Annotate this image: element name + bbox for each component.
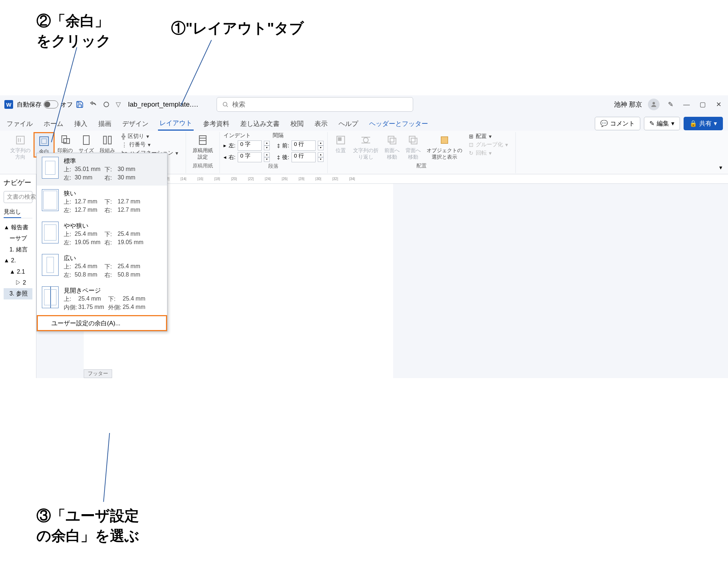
columns-button[interactable]: 段組み: [97, 132, 118, 155]
spacing-before[interactable]: ‡前:0 行▴▾: [277, 140, 324, 151]
tab-review[interactable]: 校閲: [289, 117, 305, 130]
autosave-toggle[interactable]: 自動保存 オフ: [17, 100, 73, 109]
search-input[interactable]: 検索: [217, 97, 413, 112]
tab-layout[interactable]: レイアウト: [158, 116, 194, 131]
sa-v[interactable]: 0 行: [292, 152, 316, 162]
nav-item[interactable]: ーサブ: [4, 233, 32, 244]
group-button[interactable]: ⊡ グループ化 ▾: [469, 141, 508, 148]
undo-icon[interactable]: [90, 101, 97, 108]
maximize-button[interactable]: ▢: [697, 99, 708, 110]
share-button[interactable]: 🔒 共有 ▾: [684, 117, 723, 130]
nav-item[interactable]: 3. 参照: [4, 288, 32, 299]
tab-help[interactable]: ヘルプ: [337, 117, 360, 130]
tab-design[interactable]: デザイン: [121, 117, 150, 130]
margin-preview-icon: [42, 189, 59, 211]
redo-icon[interactable]: [103, 101, 110, 108]
comment-button[interactable]: 💬 コメント: [595, 117, 640, 130]
position-button[interactable]: 位置: [331, 132, 350, 155]
margin-name: 広い: [64, 254, 162, 262]
svg-point-19: [363, 138, 368, 142]
m-l: 上:: [64, 263, 75, 271]
nav-tab-headings[interactable]: 見出し: [4, 208, 21, 218]
sb-v[interactable]: 0 行: [292, 140, 316, 151]
toggle-icon: [44, 100, 58, 108]
nav-item[interactable]: ▲ 2.1: [4, 266, 32, 277]
svg-rect-14: [199, 136, 206, 144]
selection-pane-button[interactable]: オブジェクトの 選択と表示: [424, 132, 465, 162]
ir-v[interactable]: 0 字: [238, 152, 262, 162]
align-label: 配置: [476, 133, 487, 140]
footer-tab[interactable]: フッター: [84, 369, 112, 378]
save-icon[interactable]: [76, 100, 84, 108]
svg-point-3: [653, 102, 655, 104]
wrap-button[interactable]: 文字列の折 り返し: [350, 132, 381, 162]
nav-tree: ▲ 報告書 ーサブ 1. 緒言 ▲ 2. ▲ 2.1 ▷ 2 3. 参照: [4, 222, 32, 299]
spacing-after[interactable]: ‡後:0 行▴▾: [277, 152, 324, 162]
ruler[interactable]: |2||4||6||8||10||12||14||16||18||20||22|…: [84, 174, 728, 184]
margin-option-custom[interactable]: ユーザー設定の余白(A)...: [37, 315, 167, 331]
m-v: 25.4 mm: [118, 263, 147, 271]
indent-right[interactable]: ◂右:0 字▴▾: [223, 152, 270, 162]
close-button[interactable]: ✕: [713, 99, 724, 110]
m-l: 右:: [104, 207, 118, 214]
rotate-button[interactable]: ↻ 回転 ▾: [469, 150, 508, 156]
tab-draw[interactable]: 描画: [97, 117, 113, 130]
comment-label: コメント: [610, 119, 635, 128]
filename[interactable]: lab_report_template.…: [128, 100, 198, 108]
il-v[interactable]: 0 字: [238, 140, 262, 151]
m-l: 上:: [64, 166, 75, 174]
customize-qat-icon[interactable]: ▽: [116, 100, 121, 108]
autosave-label: 自動保存: [17, 100, 41, 109]
line-numbers-button[interactable]: ⋮ 行番号 ▾: [122, 141, 178, 148]
m-v: 25.4 mm: [78, 295, 108, 303]
margin-preview-icon: [42, 157, 59, 179]
ribbon-options-icon[interactable]: ▾: [717, 162, 724, 173]
send-backward-button[interactable]: 背面へ 移動: [403, 132, 424, 162]
learning-tools-icon[interactable]: ✎: [665, 99, 676, 110]
svg-rect-23: [390, 138, 396, 144]
align-button[interactable]: ⊞ 配置 ▾: [469, 133, 508, 140]
rotate-label: 回転: [476, 150, 487, 156]
manuscript-button[interactable]: 原稿用紙 設定: [190, 132, 216, 162]
share-label: 共有: [699, 119, 712, 128]
margin-option-wide[interactable]: 広い 上:25.4 mm下:25.4 mm 左:50.8 mm右:50.8 mm: [37, 250, 167, 283]
m-v: 19.05 mm: [75, 239, 104, 247]
tab-header-footer[interactable]: ヘッダーとフッター: [368, 117, 430, 130]
breaks-button[interactable]: ╬ 区切り ▾: [122, 133, 178, 140]
margin-option-narrow[interactable]: 狭い 上:12.7 mm下:12.7 mm 左:12.7 mm右:12.7 mm: [37, 186, 167, 218]
size-button[interactable]: サイズ: [76, 132, 97, 155]
avatar[interactable]: [648, 99, 660, 110]
m-l: 左:: [64, 207, 75, 214]
indent-left[interactable]: ▸左:0 字▴▾: [223, 140, 270, 151]
tab-mailings[interactable]: 差し込み文書: [239, 117, 281, 130]
margin-option-mirror[interactable]: 見開きページ 上:25.4 mm下:25.4 mm 内側:31.75 mm外側:…: [37, 283, 167, 315]
edit-button[interactable]: ✎ 編集 ▾: [644, 117, 680, 130]
nav-item[interactable]: ▷ 2: [4, 277, 32, 288]
word-icon: W: [4, 100, 13, 109]
bring-forward-button[interactable]: 前面へ 移動: [381, 132, 403, 162]
margin-option-slight[interactable]: やや狭い 上:25.4 mm下:25.4 mm 左:19.05 mm右:19.0…: [37, 218, 167, 250]
minimize-button[interactable]: —: [681, 99, 692, 110]
nav-item[interactable]: 1. 緒言: [4, 244, 32, 255]
tab-view[interactable]: 表示: [313, 117, 329, 130]
m-l: 外側:: [108, 304, 123, 311]
search-placeholder: 検索: [232, 100, 245, 109]
ruler-mark: |24|: [265, 177, 270, 181]
m-v: 25.4 mm: [118, 231, 147, 238]
svg-rect-7: [40, 137, 48, 146]
ribbon-tabs: ファイル ホーム 挿入 描画 デザイン レイアウト 参考資料 差し込み文書 校閲…: [0, 114, 728, 131]
nav-search-input[interactable]: 文書の検索: [4, 191, 32, 203]
margin-option-normal[interactable]: 標準 上:35.01 mm下:30 mm 左:30 mm右:30 mm: [37, 153, 167, 186]
bf-label: 前面へ 移動: [384, 147, 400, 160]
svg-rect-9: [62, 136, 67, 143]
nav-item[interactable]: ▲ 報告書: [4, 222, 32, 233]
tab-insert[interactable]: 挿入: [73, 117, 89, 130]
svg-rect-24: [411, 138, 417, 144]
tab-file[interactable]: ファイル: [5, 117, 34, 130]
tab-references[interactable]: 参考資料: [202, 117, 231, 130]
text-direction-button[interactable]: 文字列の 方向: [7, 132, 33, 162]
svg-rect-26: [441, 137, 448, 144]
text-direction-label: 文字列の 方向: [10, 147, 31, 160]
tab-home[interactable]: ホーム: [42, 117, 65, 130]
nav-item[interactable]: ▲ 2.: [4, 255, 32, 266]
